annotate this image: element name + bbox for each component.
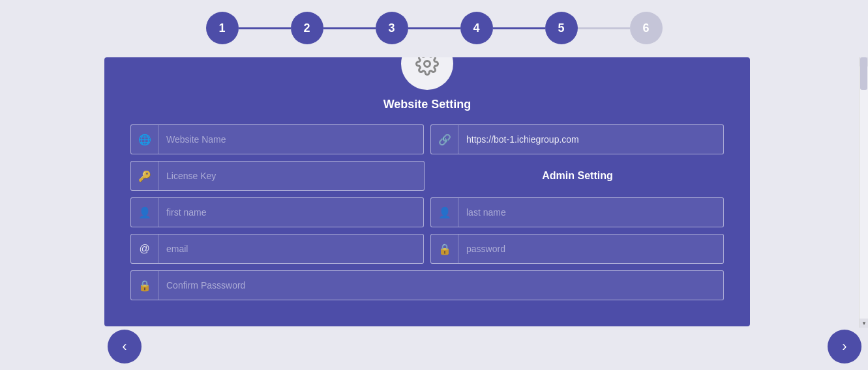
password-group: 🔒 <box>430 234 724 264</box>
last-name-group: 👤 <box>430 197 724 227</box>
form-row-license: 🔑 Admin Setting <box>130 161 724 191</box>
prev-icon: ‹ <box>122 338 127 355</box>
scrollbar-thumb[interactable] <box>860 57 867 90</box>
step-2[interactable]: 2 <box>291 12 323 44</box>
step-5[interactable]: 5 <box>545 12 578 44</box>
lock-icon: 🔒 <box>431 235 458 263</box>
email-input[interactable] <box>158 235 423 263</box>
confirm-password-group: 🔒 <box>130 270 724 300</box>
password-input[interactable] <box>458 235 723 263</box>
step-line-5 <box>578 27 630 29</box>
lock-icon-confirm: 🔒 <box>131 271 158 300</box>
first-name-input[interactable] <box>158 198 423 227</box>
step-6[interactable]: 6 <box>630 12 663 44</box>
step-line-4 <box>493 27 545 29</box>
email-group: @ <box>130 234 424 264</box>
admin-setting-label: Admin Setting <box>431 162 724 190</box>
step-line-1 <box>239 27 291 29</box>
form-row-website: 🌐 🔗 <box>130 124 724 154</box>
scrollbar-down-arrow[interactable]: ▼ <box>860 319 868 328</box>
step-line-3 <box>408 27 460 29</box>
stepper: 1 2 3 4 5 6 <box>0 0 868 56</box>
link-icon: 🔗 <box>431 125 458 154</box>
website-name-input[interactable] <box>158 125 423 154</box>
gear-circle <box>401 57 453 90</box>
license-key-group: 🔑 <box>130 161 425 191</box>
form-row-auth: @ 🔒 <box>130 234 724 264</box>
license-key-input[interactable] <box>158 162 424 190</box>
confirm-password-input[interactable] <box>158 271 723 300</box>
gear-icon <box>415 57 439 76</box>
next-button[interactable]: › <box>828 330 861 363</box>
next-icon: › <box>842 338 846 355</box>
form-row-name: 👤 👤 <box>130 197 724 227</box>
key-icon: 🔑 <box>131 162 158 190</box>
globe-icon: 🌐 <box>131 125 158 154</box>
step-line-2 <box>323 27 376 29</box>
svg-point-0 <box>425 61 430 67</box>
scrollbar-track: ▲ ▼ <box>859 57 868 328</box>
website-name-group: 🌐 <box>130 124 424 154</box>
form-row-confirm: 🔒 <box>130 270 724 300</box>
step-4[interactable]: 4 <box>460 12 493 44</box>
prev-button[interactable]: ‹ <box>108 330 142 363</box>
section-title: Website Setting <box>104 98 750 111</box>
form-area: 🌐 🔗 🔑 Admin Setting 👤 <box>104 124 750 300</box>
first-name-group: 👤 <box>130 197 424 227</box>
website-url-input[interactable] <box>458 125 723 154</box>
main-card: Website Setting 🌐 🔗 🔑 Admin Setting <box>104 57 750 326</box>
step-3[interactable]: 3 <box>376 12 408 44</box>
admin-setting-label-group: Admin Setting <box>431 161 724 191</box>
at-icon: @ <box>131 235 158 263</box>
person-icon-last: 👤 <box>431 198 458 227</box>
website-url-group: 🔗 <box>430 124 724 154</box>
step-1[interactable]: 1 <box>206 12 239 44</box>
last-name-input[interactable] <box>458 198 723 227</box>
person-icon-first: 👤 <box>131 198 158 227</box>
